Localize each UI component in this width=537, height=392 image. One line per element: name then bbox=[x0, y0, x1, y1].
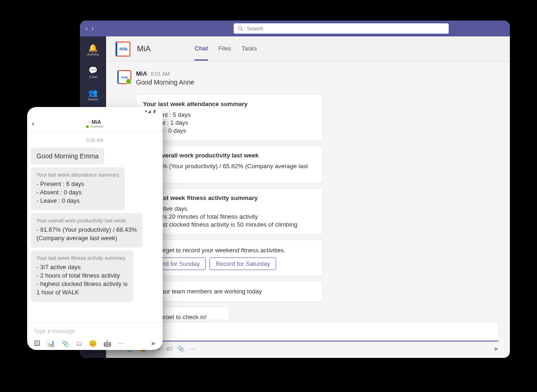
sidenav-chat[interactable]: 💬 Chat bbox=[82, 63, 104, 83]
mobile-attendance-bubble: Your last week attendance summary - Pres… bbox=[31, 167, 125, 210]
sidenav-activity[interactable]: 🔔 Activity bbox=[82, 40, 104, 61]
search-box[interactable] bbox=[234, 23, 449, 34]
weekend-card: Don't forget to record your weekend fitn… bbox=[136, 240, 323, 276]
tab-files[interactable]: Files bbox=[218, 37, 231, 61]
svg-point-0 bbox=[238, 27, 242, 30]
chart-icon[interactable]: 📊 bbox=[47, 340, 55, 347]
bubble-title: Your last week attendance summary bbox=[36, 172, 119, 178]
tab-tasks[interactable]: Tasks bbox=[242, 37, 257, 61]
card-title: Your last week fitness activity summary bbox=[143, 194, 316, 201]
sidenav-teams[interactable]: 👥 Teams bbox=[82, 85, 104, 106]
bubble-line: (Company average last week) bbox=[36, 235, 137, 242]
chat-title: MiA bbox=[137, 44, 150, 54]
chat-header: mia MiA Chat Files Tasks bbox=[106, 36, 510, 62]
files-icon[interactable]: 🗂 bbox=[76, 340, 82, 347]
tab-chat[interactable]: Chat bbox=[194, 37, 208, 61]
mobile-timestamp: 8:00 AM bbox=[31, 138, 159, 143]
card-line: - 4 hours 20 minutes of total fitness ac… bbox=[143, 213, 316, 220]
bubble-line: 1 hour of WALK bbox=[36, 289, 128, 296]
sidenav-label: Chat bbox=[89, 75, 97, 79]
emoji-icon[interactable]: 😊 bbox=[89, 340, 97, 347]
card-text: Don't forget to record your weekend fitn… bbox=[143, 247, 316, 254]
more-icon[interactable]: ⋯ bbox=[189, 345, 195, 352]
greeting-text: Good Morning Anne bbox=[136, 78, 194, 86]
card-line: - Present : 5 days bbox=[143, 111, 316, 118]
mobile-greeting-bubble: Good Morning Emma bbox=[31, 148, 104, 164]
mobile-scroll-area[interactable]: 8:00 AM Good Morning Emma Your last week… bbox=[27, 132, 163, 322]
sidenav-label: Teams bbox=[87, 97, 99, 101]
more-icon[interactable]: ⋯ bbox=[118, 340, 124, 347]
nav-back-icon[interactable]: ‹ bbox=[86, 25, 88, 32]
message: mia MiA 8:01 AM Good Morning Anne bbox=[117, 70, 499, 91]
svg-line-1 bbox=[242, 29, 243, 31]
nav-forward-icon[interactable]: › bbox=[92, 25, 94, 32]
bot-avatar-icon: mia bbox=[117, 70, 131, 84]
attendance-card: Your last week attendance summary - Pres… bbox=[136, 94, 323, 141]
bubble-title: Your last week fitness activity summary bbox=[36, 255, 128, 261]
attach-icon[interactable]: 📎 bbox=[61, 340, 69, 347]
mobile-fitness-bubble: Your last week fitness activity summary … bbox=[31, 250, 133, 302]
bot-icon[interactable]: 🤖 bbox=[103, 340, 111, 347]
card-title: Your overall work productivity last week bbox=[143, 152, 316, 159]
back-icon[interactable]: ‹ bbox=[32, 119, 41, 128]
phone-statusbar: ▾◢ ▮ bbox=[27, 107, 163, 115]
image-icon[interactable]: 🖼 bbox=[34, 340, 40, 347]
card-line: - 86.25% (Your productivity) / 65.82% (C… bbox=[143, 163, 316, 177]
chat-scroll-area[interactable]: mia MiA 8:01 AM Good Morning Anne Your l… bbox=[106, 62, 510, 319]
mobile-footer: Type a message 🖼 📊 📎 🗂 😊 🤖 ⋯ ➤ bbox=[27, 322, 163, 350]
send-icon[interactable]: ➤ bbox=[494, 345, 499, 352]
bubble-line: - highest clocked fitness activity is bbox=[36, 280, 128, 287]
composer-toolbar: ✎ 🔗 😊 GIF 🏷 📎 ⋯ ➤ bbox=[117, 345, 499, 352]
card-line: - Absent : 1 days bbox=[143, 119, 316, 126]
mobile-chat-title: · MiA bbox=[89, 119, 101, 125]
search-icon bbox=[237, 26, 243, 31]
teams-titlebar: ‹ › bbox=[80, 21, 510, 36]
app-logo-icon: mia bbox=[115, 42, 130, 57]
sticker-icon[interactable]: 🏷 bbox=[166, 345, 172, 352]
card-line: - 4/7 active days bbox=[143, 205, 316, 212]
card-line: - Leave : 0 days bbox=[143, 127, 316, 134]
presence-icon bbox=[86, 125, 89, 128]
send-icon[interactable]: ➤ bbox=[150, 340, 156, 347]
mobile-message-input[interactable]: Type a message bbox=[30, 325, 160, 338]
mobile-header: ‹ · MiA Available bbox=[27, 115, 163, 132]
bubble-line: - 3/7 active days bbox=[36, 264, 128, 271]
bubble-line: - 91.67% (Your productivity) / 68.43% bbox=[36, 226, 137, 233]
card-line: - Highest clocked fitness activity is 50… bbox=[143, 221, 316, 228]
bubble-line: - Leave : 0 days bbox=[36, 197, 119, 204]
team-status-card: All of your team members are working tod… bbox=[136, 281, 323, 302]
bubble-line: - 2 hours of total fitness activity bbox=[36, 272, 128, 279]
search-input[interactable] bbox=[246, 25, 445, 32]
sidenav-label: Activity bbox=[87, 52, 99, 57]
fitness-card: Your last week fitness activity summary … bbox=[136, 188, 323, 235]
bell-icon: 🔔 bbox=[88, 44, 98, 52]
chat-icon: 💬 bbox=[88, 67, 98, 74]
bubble-title: Your overall work productivity last week bbox=[36, 218, 137, 223]
bubble-line: - Present : 6 days bbox=[36, 180, 119, 187]
teams-icon: 👥 bbox=[88, 89, 98, 97]
message-time: 8:01 AM bbox=[151, 71, 170, 77]
mobile-window: ▾◢ ▮ ‹ · MiA Available 8:00 AM Good Morn… bbox=[27, 107, 163, 350]
productivity-card: Your overall work productivity last week… bbox=[136, 146, 323, 184]
attach-icon[interactable]: 📎 bbox=[177, 345, 185, 352]
message-sender: MiA bbox=[136, 70, 147, 77]
bubble-line: - Absent : 0 days bbox=[36, 189, 119, 196]
presence-text: Available bbox=[90, 125, 103, 128]
card-text: All of your team members are working tod… bbox=[143, 288, 316, 295]
mobile-productivity-bubble: Your overall work productivity last week… bbox=[31, 213, 143, 248]
message-composer[interactable] bbox=[117, 322, 499, 342]
record-saturday-button[interactable]: Record for Saturday bbox=[209, 257, 276, 270]
card-title: Your last week attendance summary bbox=[143, 100, 316, 107]
